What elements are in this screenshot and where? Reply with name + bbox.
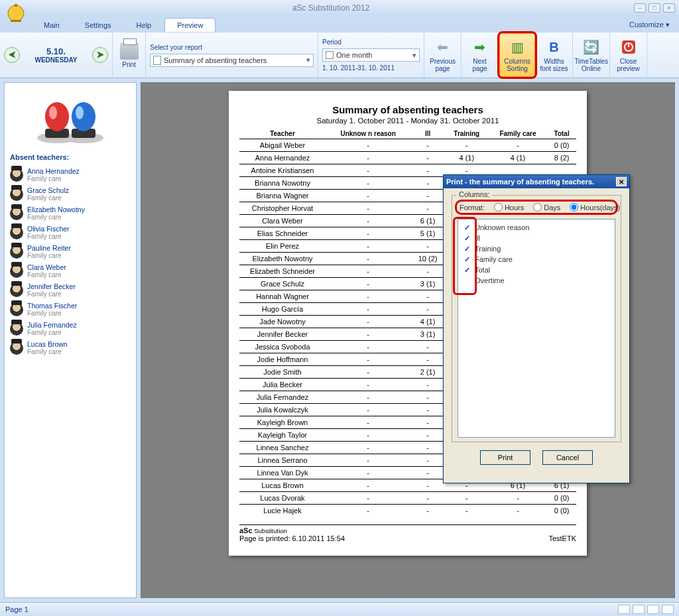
tab-help[interactable]: Help: [125, 19, 164, 32]
teacher-name: Grace Schulz: [27, 186, 69, 194]
checklist-item[interactable]: ✓Family care: [460, 254, 613, 265]
avatar-icon: [10, 188, 23, 201]
period-combo[interactable]: One month ▾: [322, 48, 420, 62]
absent-teachers-heading: Absent teachers:: [5, 149, 136, 165]
format-label: Format:: [460, 204, 485, 212]
absent-teacher-row[interactable]: Jennifer BeckerFamily care: [5, 280, 136, 300]
check-icon: ✓: [463, 224, 471, 231]
checklist-item[interactable]: ✓Ill: [460, 233, 613, 243]
absent-teacher-row[interactable]: Olivia FischerFamily care: [5, 223, 136, 242]
radio-hours[interactable]: Hours: [494, 203, 524, 212]
absent-teacher-row[interactable]: Julia FernandezFamily care: [5, 319, 136, 338]
teacher-reason: Family care: [27, 290, 76, 298]
select-report-label: Select your report: [150, 44, 314, 51]
arrow-left-icon: ⬅: [434, 38, 452, 56]
teacher-name: Julia Fernandez: [27, 321, 77, 329]
previous-page-button[interactable]: ⬅ Previous page: [424, 32, 462, 78]
report-col-header: Family care: [489, 129, 548, 139]
teacher-reason: Family care: [27, 252, 71, 259]
teacher-reason: Family care: [27, 194, 69, 202]
report-col-header: Unknow n reason: [326, 129, 410, 139]
prev-day-button[interactable]: ⮜: [4, 47, 20, 63]
columns-icon: ▥: [508, 38, 526, 56]
calendar-icon: [326, 51, 334, 59]
absent-teacher-row[interactable]: Grace SchulzFamily care: [5, 184, 136, 204]
chevron-down-icon: ▾: [306, 56, 310, 64]
svg-point-11: [49, 106, 57, 119]
document-icon: [153, 56, 161, 65]
teacher-name: Anna Hernandez: [27, 167, 80, 175]
tab-preview[interactable]: Preview: [164, 18, 216, 32]
columns-sorting-button[interactable]: ▥ Columns Sorting: [499, 32, 536, 78]
checklist-item[interactable]: ✓Training: [460, 243, 613, 254]
report-footer: aSc Substitution Page is printed: 6.10.2…: [239, 524, 576, 542]
period-group: Period One month ▾ 1. 10. 2011-31. 10. 2…: [318, 32, 424, 78]
next-day-button[interactable]: ⮞: [92, 47, 108, 63]
checklist-label: Family care: [475, 255, 513, 263]
absent-teacher-row[interactable]: Lucas BrownFamily care: [5, 338, 136, 357]
refresh-icon: 🔄: [582, 38, 601, 56]
avatar-icon: [10, 168, 23, 182]
checklist-item[interactable]: Overtime: [460, 275, 613, 286]
teacher-name: Thomas Fischer: [27, 302, 77, 310]
report-col-header: Training: [445, 129, 489, 139]
close-button[interactable]: ×: [663, 3, 675, 13]
radio-hoursdays[interactable]: Hours(days): [570, 203, 620, 212]
teacher-name: Lucas Brown: [27, 340, 68, 348]
dialog-close-button[interactable]: ✕: [616, 177, 627, 186]
report-row: Abigail Weber----0 (0): [239, 139, 576, 152]
report-combo[interactable]: Summary of absenting teachers ▾: [150, 54, 314, 67]
checklist-item[interactable]: ✓Total: [460, 265, 613, 275]
avatar-icon: [10, 303, 23, 316]
report-combo-value: Summary of absenting teachers: [164, 56, 267, 64]
absent-teacher-row[interactable]: Anna HernandezFamily care: [5, 165, 136, 184]
avatar-icon: [10, 265, 23, 278]
minimize-button[interactable]: –: [634, 3, 646, 13]
teacher-reason: Family care: [27, 348, 68, 355]
svg-point-12: [72, 102, 95, 131]
tab-main[interactable]: Main: [32, 19, 72, 32]
columns-legend: Columns:: [456, 190, 492, 198]
status-page: Page 1: [5, 605, 29, 613]
tab-settings[interactable]: Settings: [73, 19, 123, 32]
date-navigator: ⮜ 5.10. WEDNESDAY ⮞: [0, 32, 113, 78]
avatar-icon: [10, 322, 23, 336]
checklist-item[interactable]: ✓Unknown reason: [460, 222, 613, 233]
timetables-online-button[interactable]: 🔄 TimeTables Online: [573, 32, 610, 78]
close-preview-button[interactable]: Close preview: [610, 32, 647, 78]
radio-days[interactable]: Days: [533, 203, 560, 212]
status-bar: Page 1: [0, 602, 679, 616]
teacher-name: Clara Weber: [27, 263, 66, 271]
columns-fieldset: Columns: Format: Hours Days Hours(days) …: [452, 195, 621, 442]
dialog-titlebar[interactable]: Print - the summary of absenting teacher…: [444, 175, 629, 188]
absent-teacher-row[interactable]: Pauline ReiterFamily care: [5, 242, 136, 261]
customize-menu[interactable]: Customize ▾: [627, 18, 672, 32]
period-combo-value: One month: [336, 51, 372, 59]
format-row: Format: Hours Days Hours(days): [455, 200, 618, 215]
dialog-cancel-button[interactable]: Cancel: [542, 450, 593, 465]
absent-teacher-row[interactable]: Thomas FischerFamily care: [5, 300, 136, 319]
app-bell-icon: [4, 0, 28, 24]
printer-icon[interactable]: [120, 42, 139, 60]
teacher-reason: Family care: [27, 271, 66, 278]
checklist-label: Total: [475, 266, 490, 274]
report-subtitle: Saturday 1. October 2011 - Monday 31. Oc…: [239, 117, 576, 125]
current-date: 5.10.: [24, 46, 88, 56]
absent-teacher-row[interactable]: Clara WeberFamily care: [5, 261, 136, 280]
left-pane: Absent teachers: Anna HernandezFamily ca…: [4, 82, 137, 598]
avatar-icon: [10, 341, 23, 355]
dialog-print-button[interactable]: Print: [480, 450, 530, 465]
period-label: Period: [322, 38, 420, 46]
teacher-name: Elizabeth Nowotny: [27, 206, 85, 214]
widths-fontsizes-button[interactable]: B Widths font sizes: [536, 32, 573, 78]
arrow-right-icon: ➡: [471, 38, 489, 56]
svg-rect-1: [11, 20, 21, 22]
absent-teacher-row[interactable]: Elizabeth NowotnyFamily care: [5, 204, 136, 223]
next-page-button[interactable]: ➡ Next page: [462, 32, 499, 78]
maximize-button[interactable]: □: [648, 3, 660, 13]
columns-checklist[interactable]: ✓Unknown reason✓Ill✓Training✓Family care…: [458, 219, 615, 438]
status-zoom-controls[interactable]: [618, 605, 674, 614]
sirens-image: [5, 83, 136, 149]
teacher-reason: Family care: [27, 310, 77, 317]
teacher-name: Olivia Fischer: [27, 225, 70, 233]
